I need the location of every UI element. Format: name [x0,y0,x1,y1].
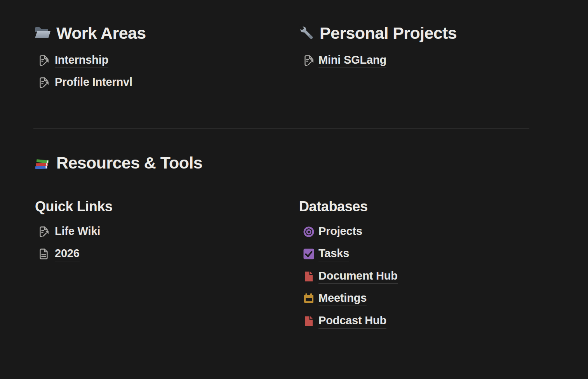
page-link-icon [37,225,50,238]
link-label: Profile Internvl [55,75,132,90]
link-item-mini-sglang[interactable]: Mini SGLang [302,49,386,71]
personal-projects-list: Mini SGLang [302,49,386,71]
link-label: 2026 [55,247,80,261]
document-icon [302,270,315,283]
work-areas-header: Work Areas [33,23,146,43]
link-item-meetings[interactable]: Meetings [302,288,398,310]
target-icon [302,225,315,238]
page-icon [37,247,50,261]
link-label: Podcast Hub [318,314,386,329]
resources-tools-title: Resources & Tools [56,153,202,172]
books-emoji [33,155,51,171]
link-item-profile-internvl[interactable]: Profile Internvl [37,71,132,94]
work-areas-title: Work Areas [56,23,146,43]
link-label: Tasks [318,247,349,261]
quick-links-list: Life Wiki 2026 [37,221,100,265]
document-icon [302,315,315,328]
page-link-icon [37,54,50,67]
divider [33,128,529,129]
link-label: Meetings [318,291,367,306]
link-item-tasks[interactable]: Tasks [302,243,398,266]
page-link-icon [37,76,50,89]
open-folder-emoji [33,25,51,41]
personal-projects-header: Personal Projects [299,23,457,43]
link-label: Document Hub [318,269,398,284]
link-item-life-wiki[interactable]: Life Wiki [37,221,100,243]
personal-projects-title: Personal Projects [320,23,457,43]
link-label: Internship [55,53,108,68]
resources-tools-header: Resources & Tools [33,153,202,172]
work-areas-list: Internship Profile Internvl [37,49,132,94]
link-item-projects[interactable]: Projects [302,221,398,243]
checkbox-icon [302,247,315,261]
quick-links-title: Quick Links [35,198,113,215]
page-link-icon [302,54,315,67]
link-item-podcast-hub[interactable]: Podcast Hub [302,310,398,332]
databases-list: Projects Tasks Document Hub Meetings Pod… [302,221,398,332]
link-label: Life Wiki [55,224,100,239]
wrench-emoji [299,25,315,41]
calendar-icon [302,292,315,305]
link-label: Projects [318,224,362,239]
link-item-document-hub[interactable]: Document Hub [302,265,398,288]
link-label: Mini SGLang [318,53,386,68]
link-item-2026[interactable]: 2026 [37,243,100,266]
databases-title: Databases [299,198,368,215]
link-item-internship[interactable]: Internship [37,49,132,71]
